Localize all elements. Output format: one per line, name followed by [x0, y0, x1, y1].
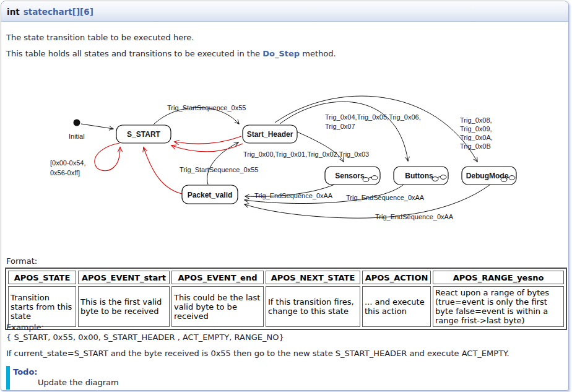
- col-header-apos-event-end: APOS_EVENT_end: [171, 271, 264, 284]
- format-table-header-row: APOS_STATE APOS_EVENT_start APOS_EVENT_e…: [8, 271, 564, 284]
- label-to-buttons-line1: Trig_0x04,Trig_0x05,Trig_0x06,: [325, 113, 421, 121]
- initial-state-dot: [74, 120, 80, 126]
- col-desc-apos-event-end: This could be the last valid byte to be …: [171, 286, 264, 327]
- todo-label: Todo:: [13, 367, 119, 377]
- state-debugmode-label: DebugMode: [466, 172, 509, 180]
- label-to-sensors: Trig_0x00,Trig_0x01,Trig_0x02,Trig_0x03: [243, 150, 369, 158]
- member-name: statechart[][6]: [24, 7, 93, 17]
- state-packet-valid-label: Packet_valid: [188, 191, 233, 199]
- transition-packet-valid-to-s-start-red: [144, 147, 182, 194]
- initial-state-label: Initial: [69, 133, 85, 140]
- statechart-diagram: Initial S_START Start_Header Sensors But…: [1, 60, 572, 252]
- label-pv-to-header: Trig_StartSequence_0x55: [180, 166, 258, 173]
- col-desc-apos-next-state: If this transition fires, change to this…: [266, 286, 360, 327]
- col-desc-apos-state: Transition starts from this state: [8, 286, 76, 327]
- transition-initial-to-s-start: [81, 124, 113, 129]
- col-header-apos-range-yesno: APOS_RANGE_yesno: [433, 271, 564, 284]
- transition-start-header-to-s-start-red-1: [175, 136, 241, 144]
- label-to-debug-line2: Trig_0x09,: [460, 125, 492, 133]
- state-buttons-label: Buttons: [405, 172, 433, 180]
- todo-block: Todo: Update the diagram: [6, 366, 119, 390]
- col-desc-apos-range-yesno: React upon a range of bytes (true=event …: [433, 286, 564, 327]
- doxygen-member-page: { "header": { "keyword": "int", "name": …: [0, 0, 572, 392]
- transition-s-start-self-loop-red: [95, 143, 120, 171]
- example-label: Example:: [6, 323, 284, 333]
- transition-debugmode-to-packet-valid: [245, 185, 490, 218]
- type-keyword: int: [7, 7, 20, 17]
- label-to-debug-line1: Trig_0x08,: [460, 116, 492, 124]
- description-text: This table holds all states and transiti…: [6, 49, 262, 58]
- label-to-buttons-line2: Trig_0x07: [325, 123, 355, 130]
- do-step-link[interactable]: Do_Step: [262, 49, 300, 58]
- state-start-header-label: Start_Header: [247, 130, 293, 139]
- label-start-sequence-top: Trig_StartSequence_0x55: [167, 104, 246, 111]
- col-desc-apos-action: ... and execute this action: [362, 286, 431, 327]
- format-table: APOS_STATE APOS_EVENT_start APOS_EVENT_e…: [5, 268, 567, 330]
- format-table-desc-row: Transition starts from this state This i…: [8, 286, 564, 327]
- transition-start-header-to-s-start-red-2: [171, 144, 243, 152]
- todo-text: Update the diagram: [38, 378, 119, 387]
- example-code: { S_START, 0x55, 0x00, S_START_HEADER , …: [6, 333, 284, 342]
- label-to-debug-line3: Trig_0x0A,: [460, 134, 493, 141]
- format-label: Format:: [6, 256, 37, 266]
- label-end-from-debug: Trig_EndSequence_0xAA: [375, 213, 454, 220]
- label-end-from-buttons: Trig_EndSequence_0xAA: [346, 194, 425, 201]
- state-s-start-label: S_START: [127, 130, 160, 139]
- label-range-line1: [0x00-0x54,: [50, 159, 85, 167]
- example-explanation: If current_state=S_START and the byte re…: [6, 349, 509, 358]
- col-header-apos-state: APOS_STATE: [8, 271, 76, 284]
- detailed-description: This table holds all states and transiti…: [6, 49, 336, 59]
- col-header-apos-action: APOS_ACTION: [362, 271, 431, 284]
- brief-description: The state transition table to be execute…: [6, 33, 194, 43]
- col-header-apos-event-start: APOS_EVENT_start: [78, 271, 170, 284]
- label-range-line2: 0x56-0xff]: [50, 169, 80, 176]
- state-sensors-label: Sensors: [335, 172, 365, 180]
- label-to-debug-line4: Trig_0x0B: [460, 142, 491, 150]
- description-text-end: method.: [300, 49, 336, 58]
- member-title-bar: intstatechart[][6]: [1, 1, 568, 22]
- col-desc-apos-event-start: This is the first valid byte to be recei…: [78, 286, 170, 327]
- member-item-frame: intstatechart[][6] The state transition …: [1, 1, 569, 391]
- example-block: Example: { S_START, 0x55, 0x00, S_START_…: [6, 323, 284, 342]
- col-header-apos-next-state: APOS_NEXT_STATE: [266, 271, 360, 284]
- transition-packet-valid-to-start-header: [207, 142, 238, 185]
- label-end-from-sensors: Trig_EndSequence_0xAA: [254, 192, 333, 199]
